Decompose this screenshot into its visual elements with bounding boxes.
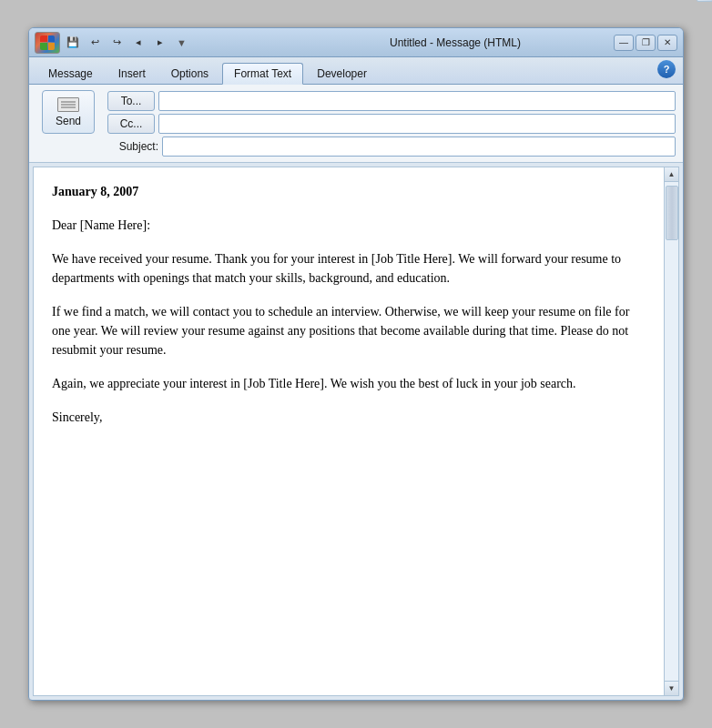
scrollbar: ⊞ ▲ ▼ (664, 167, 678, 695)
back-button[interactable]: ◂ (129, 34, 147, 52)
envelope-lines (61, 101, 76, 109)
paragraph2: If we find a match, we will contact you … (52, 302, 646, 359)
outlook-window: 💾 ↩ ↪ ◂ ▸ ▼ Untitled - Message (HTML) — … (28, 27, 684, 701)
envelope-icon (57, 97, 79, 112)
subject-input[interactable] (162, 136, 676, 157)
scroll-down-arrow[interactable]: ▼ (665, 681, 679, 695)
cc-row: Cc... (107, 114, 676, 134)
subject-row: Subject: (36, 136, 676, 157)
paragraph3: Again, we appreciate your interest in [J… (52, 374, 646, 393)
cc-input[interactable] (158, 114, 676, 134)
cc-button[interactable]: Cc... (107, 114, 155, 134)
minimize-button[interactable]: — (614, 35, 634, 51)
close-button[interactable]: ✕ (657, 35, 677, 51)
scroll-thumb[interactable] (666, 186, 678, 240)
forward-button[interactable]: ▸ (151, 34, 169, 52)
closing: Sincerely, (52, 408, 646, 427)
scroll-track[interactable] (665, 182, 679, 681)
scroll-up-arrow[interactable]: ▲ (665, 167, 679, 182)
send-button[interactable]: Send (42, 90, 95, 134)
tab-format-text[interactable]: Format Text (222, 63, 303, 85)
undo-button[interactable]: ↩ (86, 34, 104, 52)
window-controls: — ❐ ✕ (614, 35, 677, 51)
subject-label: Subject: (107, 140, 158, 153)
tab-message[interactable]: Message (36, 63, 105, 84)
email-body[interactable]: January 8, 2007 Dear [Name Here]: We hav… (34, 167, 664, 695)
body-area: January 8, 2007 Dear [Name Here]: We hav… (33, 167, 679, 696)
tab-options[interactable]: Options (159, 63, 220, 84)
send-area: Send (36, 90, 100, 134)
email-date: January 8, 2007 (52, 182, 646, 201)
ribbon-tabs: Message Insert Options Format Text Devel… (29, 57, 683, 85)
compose-header: Send To... Cc... Subject: (29, 85, 683, 163)
redo-button[interactable]: ↪ (107, 34, 126, 52)
tab-developer[interactable]: Developer (305, 63, 379, 84)
to-button[interactable]: To... (107, 91, 155, 111)
save-button[interactable]: 💾 (64, 34, 82, 52)
greeting: Dear [Name Here]: (52, 216, 646, 235)
paragraph1: We have received your resume. Thank you … (52, 249, 646, 288)
send-label: Send (56, 115, 81, 127)
address-fields: To... Cc... (107, 91, 676, 134)
office-button[interactable] (35, 32, 60, 54)
help-button[interactable]: ? (657, 60, 676, 78)
restore-button[interactable]: ❐ (636, 35, 656, 51)
title-bar: 💾 ↩ ↪ ◂ ▸ ▼ Untitled - Message (HTML) — … (29, 28, 683, 57)
to-cc-row: Send To... Cc... (36, 90, 676, 134)
window-title: Untitled - Message (HTML) (297, 36, 614, 49)
tab-insert[interactable]: Insert (107, 63, 158, 84)
to-row: To... (107, 91, 676, 111)
to-input[interactable] (158, 91, 676, 111)
